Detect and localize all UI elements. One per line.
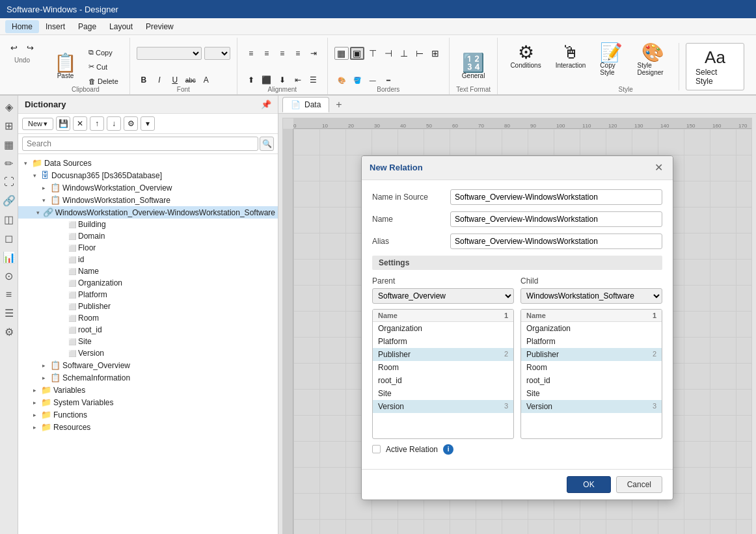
bold-button[interactable]: B [137, 73, 151, 87]
italic-button[interactable]: I [152, 73, 167, 87]
child-select[interactable]: WindowsWorkstation_Software [520, 288, 662, 304]
general-button[interactable]: 🔢 General [456, 51, 491, 83]
border-outer-button[interactable]: ▣ [350, 47, 364, 60]
tree-item-name[interactable]: ⬜Name [18, 265, 278, 277]
dialog-close-button[interactable]: ✕ [652, 161, 665, 174]
tree-item-site[interactable]: ⬜Site [18, 336, 278, 347]
cut-button[interactable]: ✂ Cut [84, 60, 123, 73]
menu-insert[interactable]: Insert [39, 20, 72, 33]
indent-less-button[interactable]: ⇤ [291, 73, 305, 87]
new-dropdown-icon[interactable]: ▾ [44, 120, 47, 128]
menu-page[interactable]: Page [72, 20, 103, 33]
interaction-button[interactable]: 🖱 Interaction [550, 40, 592, 72]
tree-item-resources[interactable]: ▸📁Resources [18, 421, 278, 433]
list-button[interactable]: ☰ [306, 73, 321, 87]
settings-dropdown-icon[interactable]: ▾ [141, 116, 155, 131]
tree-item-schema-info[interactable]: ▸📋SchemaInformation [18, 371, 278, 384]
border-inner-button[interactable]: ⊞ [428, 47, 442, 60]
indent-more-button[interactable]: ⇥ [306, 47, 321, 60]
sidebar-icon-1[interactable]: ◈ [3, 98, 16, 116]
child-field-platform[interactable]: Platform [521, 335, 662, 348]
undo-button[interactable]: ↩ [7, 40, 21, 55]
delete-icon-btn[interactable]: ✕ [73, 116, 87, 131]
ok-button[interactable]: OK [567, 476, 610, 493]
font-color-button[interactable]: A [199, 73, 213, 87]
align-center-button[interactable]: ≡ [260, 47, 274, 60]
tree-item-floor[interactable]: ⬜Floor [18, 242, 278, 254]
settings-icon[interactable]: ⚙ [124, 116, 138, 131]
tree-item-functions[interactable]: ▸📁Functions [18, 408, 278, 421]
menu-preview[interactable]: Preview [139, 20, 180, 33]
border-bottom-button[interactable]: ⊥ [397, 47, 411, 60]
tree-item-software-overview[interactable]: ▸📋Software_Overview [18, 359, 278, 371]
tree-item-windows-software[interactable]: ▾📋WindowsWorkstation_Software [18, 194, 278, 206]
tree-item-version[interactable]: ⬜Version [18, 347, 278, 359]
dictionary-pin-icon[interactable]: 📌 [261, 100, 271, 109]
sidebar-icon-6[interactable]: 🔗 [0, 192, 18, 209]
paste-button[interactable]: 📋 Paste [48, 51, 83, 83]
sidebar-icon-10[interactable]: ⊙ [2, 267, 16, 285]
sidebar-icon-12[interactable]: ☰ [2, 304, 16, 322]
parent-field-publisher[interactable]: Publisher 2 [373, 348, 513, 361]
move-up-icon[interactable]: ↑ [90, 116, 104, 131]
strikethrough-button[interactable]: abc [183, 73, 198, 87]
menu-layout[interactable]: Layout [103, 20, 139, 33]
tree-item-platform[interactable]: ⬜Platform [18, 289, 278, 300]
align-middle-button[interactable]: ⬛ [260, 73, 274, 87]
align-bottom-button[interactable]: ⬇ [275, 73, 290, 87]
child-field-publisher[interactable]: Publisher 2 [521, 348, 662, 361]
tree-item-room[interactable]: ⬜Room [18, 312, 278, 324]
align-top-button[interactable]: ⬆ [244, 73, 258, 87]
align-justify-button[interactable]: ≡ [291, 47, 305, 60]
tree-item-root_id[interactable]: ⬜root_id [18, 324, 278, 336]
border-width-button[interactable]: ━ [381, 73, 396, 87]
alias-input[interactable] [450, 234, 662, 249]
border-left-button[interactable]: ⊢ [412, 47, 427, 60]
border-style-button[interactable]: — [366, 73, 380, 87]
font-family-select[interactable] [137, 47, 202, 60]
sidebar-icon-11[interactable]: ≡ [3, 286, 14, 303]
child-field-organization[interactable]: Organization [521, 322, 662, 335]
sidebar-icon-9[interactable]: 📊 [0, 248, 18, 266]
search-button[interactable]: 🔍 [260, 137, 274, 151]
align-left-button[interactable]: ≡ [244, 47, 258, 60]
name-in-source-input[interactable] [450, 189, 662, 205]
save-icon[interactable]: 💾 [56, 116, 70, 131]
tab-add-button[interactable]: + [331, 96, 347, 113]
border-top-button[interactable]: ⊤ [366, 47, 380, 60]
menu-home[interactable]: Home [5, 20, 39, 33]
sidebar-icon-4[interactable]: ✏ [2, 155, 16, 172]
sidebar-icon-7[interactable]: ◫ [1, 211, 16, 228]
tree-item-variables[interactable]: ▸📁Variables [18, 384, 278, 396]
sidebar-icon-8[interactable]: ◻ [2, 230, 16, 247]
parent-field-rootid[interactable]: root_id [373, 374, 513, 387]
tree-item-relation-node[interactable]: ▾🔗WindowsWorkstation_Overview-WindowsWor… [18, 206, 278, 219]
child-field-site[interactable]: Site [521, 387, 662, 400]
style-designer-button[interactable]: 🎨 Style Designer [632, 40, 675, 79]
border-color-button[interactable]: 🎨 [334, 73, 349, 87]
search-input[interactable] [22, 137, 258, 151]
underline-button[interactable]: U [168, 73, 182, 87]
parent-field-version[interactable]: Version 3 [373, 400, 513, 413]
tree-item-domain[interactable]: ⬜Domain [18, 230, 278, 242]
new-button[interactable]: New ▾ [22, 118, 53, 130]
border-right-button[interactable]: ⊣ [381, 47, 396, 60]
parent-field-platform[interactable]: Platform [373, 335, 513, 348]
active-relation-info-icon[interactable]: i [443, 444, 453, 455]
parent-field-organization[interactable]: Organization [373, 322, 513, 335]
move-down-icon[interactable]: ↓ [107, 116, 121, 131]
tree-item-data-sources[interactable]: ▾📁Data Sources [18, 157, 278, 169]
tree-item-system-vars[interactable]: ▸📁System Variables [18, 396, 278, 408]
align-right-button[interactable]: ≡ [275, 47, 290, 60]
copy-button[interactable]: ⧉ Copy [84, 46, 123, 59]
tree-item-organization[interactable]: ⬜Organization [18, 277, 278, 289]
tree-item-windows-overview[interactable]: ▸📋WindowsWorkstation_Overview [18, 181, 278, 194]
tree-item-docusnap[interactable]: ▾🗄Docusnap365 [Ds365Database] [18, 169, 278, 181]
fill-color-button[interactable]: 🪣 [350, 73, 364, 87]
name-input[interactable] [450, 211, 662, 227]
child-field-version[interactable]: Version 3 [521, 400, 662, 413]
cancel-button[interactable]: Cancel [616, 476, 662, 493]
tree-item-publisher[interactable]: ⬜Publisher [18, 300, 278, 312]
active-relation-checkbox[interactable] [372, 445, 381, 453]
parent-field-room[interactable]: Room [373, 361, 513, 374]
